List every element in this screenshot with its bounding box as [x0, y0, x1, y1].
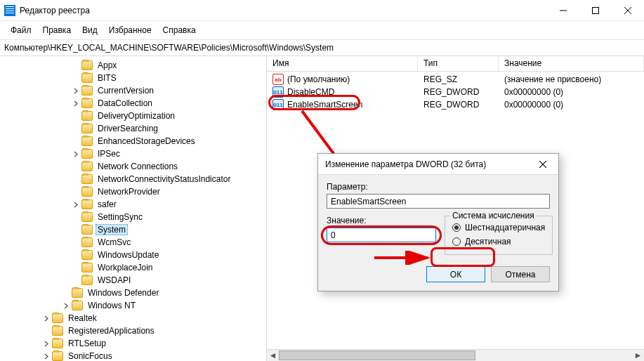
cancel-button-label: Отмена — [505, 270, 535, 280]
value-row[interactable]: ab(По умолчанию)REG_SZ(значение не присв… — [267, 73, 644, 86]
chevron-right-icon[interactable] — [72, 150, 80, 158]
tree-item-sonicfocus[interactable]: SonicFocus — [3, 350, 266, 361]
expander-empty — [72, 213, 80, 221]
folder-icon — [52, 326, 63, 336]
ok-button[interactable]: ОК — [426, 266, 485, 282]
scroll-thumb[interactable] — [279, 350, 475, 360]
tree-item-label: RTLSetup — [66, 339, 108, 348]
cancel-button[interactable]: Отмена — [491, 266, 550, 282]
col-name[interactable]: Имя — [267, 56, 418, 71]
tree-item-label: safer — [96, 199, 119, 209]
value-row[interactable]: 011DisableCMDREG_DWORD0x00000000 (0) — [267, 86, 644, 98]
menu-favorites[interactable]: Избранное — [104, 24, 157, 37]
tree-item-realtek[interactable]: Realtek — [3, 312, 266, 324]
app-icon — [4, 5, 15, 16]
chevron-right-icon[interactable] — [42, 339, 51, 348]
maximize-button[interactable] — [579, 0, 612, 21]
value-row[interactable]: 011EnableSmartScreenREG_DWORD0x00000000 … — [267, 98, 644, 111]
expander-empty — [72, 263, 80, 272]
menu-edit[interactable]: Правка — [38, 24, 77, 37]
tree-item-label: DeliveryOptimization — [96, 111, 177, 121]
value-data: 0x00000000 (0) — [499, 100, 644, 110]
close-button[interactable] — [612, 0, 644, 21]
menu-file[interactable]: Файл — [6, 24, 37, 37]
chevron-right-icon[interactable] — [42, 352, 51, 360]
expander-empty — [72, 276, 80, 284]
radio-hex-dot — [452, 223, 461, 232]
tree-item-label: NetworkConnectivityStatusIndicator — [96, 174, 232, 184]
tree-item-bits[interactable]: BITS — [3, 72, 266, 84]
tree-item-workplacejoin[interactable]: WorkplaceJoin — [3, 261, 266, 274]
tree-item-ipsec[interactable]: IPSec — [3, 147, 266, 160]
value-type: REG_SZ — [418, 74, 499, 84]
address-bar[interactable]: Компьютер\HKEY_LOCAL_MACHINE\SOFTWARE\Po… — [0, 40, 644, 56]
tree-item-label: SonicFocus — [66, 351, 114, 361]
tree-item-wsdapi[interactable]: WSDAPI — [3, 274, 266, 287]
folder-icon — [52, 313, 63, 323]
folder-icon — [81, 162, 93, 171]
expander-empty — [72, 74, 80, 82]
radio-hex[interactable]: Шестнадцатеричная — [452, 221, 545, 235]
tree-item-deliveryoptimization[interactable]: DeliveryOptimization — [3, 110, 266, 122]
value-name: EnableSmartScreen — [287, 100, 362, 110]
tree-item-datacollection[interactable]: DataCollection — [3, 97, 266, 110]
expander-empty — [72, 188, 80, 196]
tree-item-label: DriverSearching — [96, 124, 160, 133]
tree-pane[interactable]: AppxBITSCurrentVersionDataCollectionDeli… — [0, 56, 267, 361]
tree-item-windowsupdate[interactable]: WindowsUpdate — [3, 249, 266, 261]
radio-dec[interactable]: Десятичная — [452, 235, 545, 249]
tree-item-wcmsvc[interactable]: WcmSvc — [3, 236, 266, 249]
scroll-left-icon[interactable]: ◄ — [267, 350, 279, 362]
tree-item-windows-defender[interactable]: Windows Defender — [3, 287, 266, 299]
tree-item-network-connections[interactable]: Network Connections — [3, 160, 266, 173]
chevron-right-icon[interactable] — [42, 314, 51, 322]
folder-icon — [81, 73, 93, 83]
folder-icon — [52, 339, 63, 348]
dialog-close-button[interactable] — [529, 155, 557, 174]
tree-item-currentversion[interactable]: CurrentVersion — [3, 84, 266, 97]
chevron-right-icon[interactable] — [72, 86, 80, 95]
radio-hex-label: Шестнадцатеричная — [465, 223, 545, 232]
folder-icon — [81, 60, 93, 70]
tree-item-enhancedstoragedevices[interactable]: EnhancedStorageDevices — [3, 135, 266, 147]
horizontal-scrollbar[interactable]: ◄ ► — [267, 349, 644, 361]
expander-empty — [62, 289, 70, 297]
expander-empty — [72, 137, 80, 145]
folder-icon — [81, 111, 93, 121]
folder-icon — [81, 199, 93, 209]
tree-item-label: RegisteredApplications — [66, 326, 157, 336]
tree-item-label: Appx — [96, 60, 119, 70]
param-name-field[interactable] — [327, 194, 550, 209]
tree-item-system[interactable]: System — [3, 223, 266, 236]
tree-item-windows-nt[interactable]: Windows NT — [3, 299, 266, 312]
expander-empty — [72, 61, 80, 70]
tree-item-networkprovider[interactable]: NetworkProvider — [3, 185, 266, 198]
menu-view[interactable]: Вид — [77, 24, 103, 37]
tree-item-driversearching[interactable]: DriverSearching — [3, 122, 266, 135]
folder-icon — [72, 288, 83, 298]
ok-button-label: ОК — [450, 270, 461, 280]
tree-item-rtlsetup[interactable]: RTLSetup — [3, 337, 266, 350]
tree-item-label: Realtek — [66, 313, 99, 323]
folder-icon — [81, 212, 93, 222]
scroll-right-icon[interactable]: ► — [632, 350, 644, 362]
chevron-right-icon[interactable] — [72, 200, 80, 209]
folder-icon — [72, 301, 83, 310]
tree-item-registeredapplications[interactable]: RegisteredApplications — [3, 324, 266, 337]
tree-item-safer[interactable]: safer — [3, 198, 266, 211]
radio-dec-dot — [452, 237, 461, 246]
tree-item-networkconnectivitystatusindicator[interactable]: NetworkConnectivityStatusIndicator — [3, 173, 266, 185]
minimize-button[interactable] — [547, 0, 579, 21]
value-field[interactable] — [327, 228, 436, 242]
col-type[interactable]: Тип — [418, 56, 499, 71]
value-label: Значение: — [327, 216, 436, 225]
tree-item-appx[interactable]: Appx — [3, 59, 266, 72]
value-data: (значение не присвоено) — [499, 74, 644, 84]
tree-item-label: DataCollection — [96, 98, 155, 108]
menu-help[interactable]: Справка — [158, 24, 201, 37]
window-title-bar: Редактор реестра — [0, 0, 644, 21]
chevron-right-icon[interactable] — [72, 99, 80, 107]
chevron-right-icon[interactable] — [62, 301, 70, 310]
col-value[interactable]: Значение — [499, 56, 644, 71]
tree-item-settingsync[interactable]: SettingSync — [3, 211, 266, 223]
